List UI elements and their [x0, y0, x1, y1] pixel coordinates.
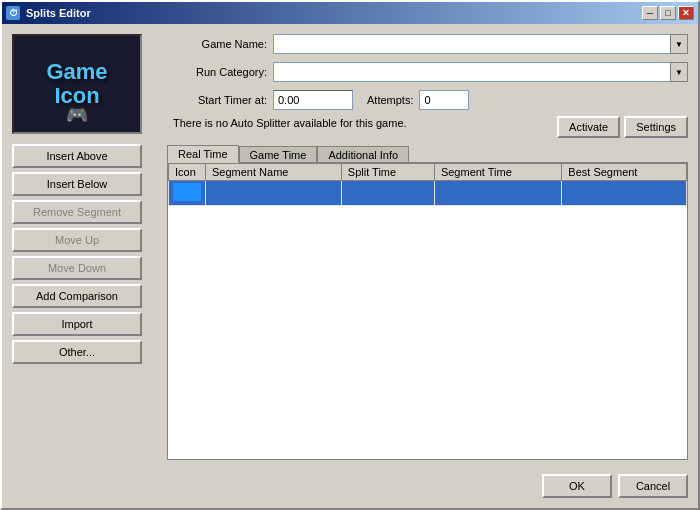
game-icon-area[interactable]: Game Icon 🎮 [12, 34, 142, 134]
attempts-label: Attempts: [367, 94, 413, 106]
segment-icon [173, 183, 201, 201]
insert-above-button[interactable]: Insert Above [12, 144, 142, 168]
run-category-row: Run Category: ▼ [167, 62, 688, 82]
auto-splitter-text: There is no Auto Splitter available for … [167, 116, 551, 131]
row-split-time[interactable] [341, 181, 434, 206]
window-icon: ⏱ [6, 6, 20, 20]
col-segment-name: Segment Name [206, 164, 342, 181]
left-panel: Game Icon 🎮 Insert Above Insert Below Re… [12, 34, 157, 498]
title-bar: ⏱ Splits Editor ─ □ ✕ [2, 2, 698, 24]
main-area: Game Icon 🎮 Insert Above Insert Below Re… [12, 34, 688, 498]
run-category-label: Run Category: [167, 66, 267, 78]
other-button[interactable]: Other... [12, 340, 142, 364]
table-header-row: Icon Segment Name Split Time Segment Tim… [169, 164, 687, 181]
start-timer-label: Start Timer at: [167, 94, 267, 106]
run-category-input[interactable] [273, 62, 688, 82]
auto-splitter-buttons: Activate Settings [557, 116, 688, 138]
remove-segment-button[interactable]: Remove Segment [12, 200, 142, 224]
tab-bar: Real Time Game Time Additional Info [167, 144, 688, 162]
game-name-row: Game Name: ▼ [167, 34, 688, 54]
activate-button[interactable]: Activate [557, 116, 620, 138]
auto-splitter-row: There is no Auto Splitter available for … [167, 116, 688, 138]
segments-table: Icon Segment Name Split Time Segment Tim… [168, 163, 687, 206]
table-row[interactable] [169, 181, 687, 206]
row-icon-cell [169, 181, 206, 206]
move-down-button[interactable]: Move Down [12, 256, 142, 280]
start-timer-input[interactable] [273, 90, 353, 110]
row-best-segment[interactable] [562, 181, 687, 206]
minimize-button[interactable]: ─ [642, 6, 658, 20]
footer-buttons: OK Cancel [167, 466, 688, 498]
game-name-input[interactable] [273, 34, 688, 54]
ok-button[interactable]: OK [542, 474, 612, 498]
window-title: Splits Editor [26, 7, 91, 19]
row-segment-time[interactable] [434, 181, 561, 206]
run-category-dropdown-arrow[interactable]: ▼ [670, 62, 688, 82]
tabs-area: Real Time Game Time Additional Info [167, 144, 688, 460]
game-name-label: Game Name: [167, 38, 267, 50]
segments-table-wrapper: Icon Segment Name Split Time Segment Tim… [167, 162, 688, 460]
col-best-segment: Best Segment [562, 164, 687, 181]
settings-button[interactable]: Settings [624, 116, 688, 138]
game-icon-title: Game [46, 60, 107, 84]
controller-icon: 🎮 [66, 104, 88, 126]
game-name-select-wrapper: ▼ [273, 34, 688, 54]
window-controls: ─ □ ✕ [642, 6, 694, 20]
right-panel: Game Name: ▼ Run Category: ▼ S [167, 34, 688, 498]
run-category-select-wrapper: ▼ [273, 62, 688, 82]
col-split-time: Split Time [341, 164, 434, 181]
row-segment-name[interactable] [206, 181, 342, 206]
insert-below-button[interactable]: Insert Below [12, 172, 142, 196]
timer-attempts-row: Start Timer at: Attempts: [167, 90, 688, 110]
col-segment-time: Segment Time [434, 164, 561, 181]
window-content: Game Icon 🎮 Insert Above Insert Below Re… [2, 24, 698, 508]
cancel-button[interactable]: Cancel [618, 474, 688, 498]
col-icon: Icon [169, 164, 206, 181]
game-name-dropdown-arrow[interactable]: ▼ [670, 34, 688, 54]
attempts-input[interactable] [419, 90, 469, 110]
restore-button[interactable]: □ [660, 6, 676, 20]
splits-editor-window: ⏱ Splits Editor ─ □ ✕ Game Icon 🎮 In [0, 0, 700, 510]
move-up-button[interactable]: Move Up [12, 228, 142, 252]
tab-real-time[interactable]: Real Time [167, 145, 239, 163]
import-button[interactable]: Import [12, 312, 142, 336]
close-button[interactable]: ✕ [678, 6, 694, 20]
add-comparison-button[interactable]: Add Comparison [12, 284, 142, 308]
